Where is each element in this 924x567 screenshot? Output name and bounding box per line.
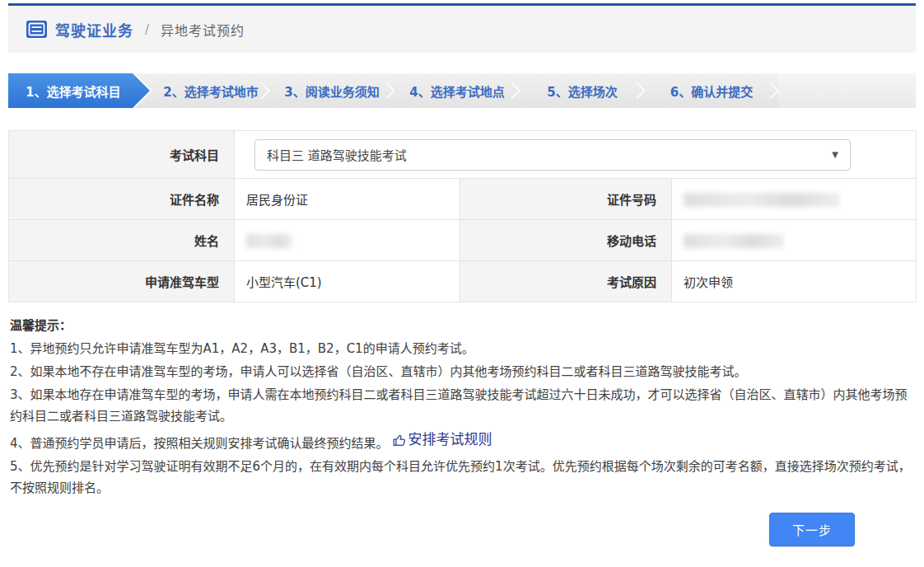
tips-title: 温馨提示： [10,316,916,333]
exam-subject-select[interactable]: 科目三 道路驾驶技能考试 ▼ [254,139,851,171]
table-row: 申请准驾车型 小型汽车(C1) 考试原因 初次申领 [9,261,917,302]
exam-subject-label: 考试科目 [9,131,235,179]
id-number-label: 证件号码 [460,179,672,220]
tab-step-3-label: 3、阅读业务须知 [284,82,379,100]
exam-reason-label: 考试原因 [460,261,672,302]
tab-step-5[interactable]: 5、选择场次 [520,73,645,108]
name-value [235,220,460,261]
tip-item: 5、优先预约是针对学习驾驶证明有效期不足6个月的，在有效期内每个科目允许优先预约… [10,456,916,499]
id-number-value [672,179,917,220]
tip-item: 2、如果本地不存在申请准驾车型的考场，申请人可以选择省（自治区、直辖市）内其他考… [10,361,916,382]
caret-down-icon: ▼ [832,150,838,159]
name-label: 姓名 [9,220,235,261]
id-type-value: 居民身份证 [235,179,460,220]
mobile-label: 移动电话 [460,220,672,261]
breadcrumb-separator: / [145,22,149,37]
tab-step-5-label: 5、选择场次 [547,82,617,100]
action-bar: 下一步 [769,513,855,546]
id-type-label: 证件名称 [9,179,235,220]
mobile-value [672,220,917,261]
tip-item: 1、异地预约只允许申请准驾车型为A1，A2，A3，B1，B2，C1的申请人预约考… [10,338,916,359]
breadcrumb: 驾驶证业务 / 异地考试预约 [8,3,916,53]
tab-step-3[interactable]: 3、阅读业务须知 [269,73,394,108]
tab-step-2-label: 2、选择考试地市 [163,82,258,100]
tab-step-6[interactable]: 6、确认并提交 [645,73,778,108]
tab-step-1-wrap: 1、选择考试科目 [8,73,150,108]
breadcrumb-current: 异地考试预约 [161,20,245,40]
chevron-right-icon [762,82,779,99]
license-list-icon [26,21,47,38]
chevron-right-icon [503,82,520,99]
tab-step-4[interactable]: 4、选择考试地点 [394,73,520,108]
redacted-mobile [684,234,784,248]
table-row: 姓名 移动电话 [9,220,917,261]
exam-reason-value: 初次申领 [672,261,917,302]
tip-item: 4、普通预约学员申请后，按照相关规则安排考试确认最终预约结果。安排考试规则 [10,429,916,454]
chevron-right-icon [628,82,646,99]
redacted-id-number [684,193,840,207]
tab-step-1[interactable]: 1、选择考试科目 [8,73,150,108]
thumb-up-icon [392,432,407,447]
tip-item: 3、如果本地存在申请准驾车型的考场，申请人需在本地预约科目二或者科目三道路驾驶技… [10,384,916,427]
step-tabs: 1、选择考试科目 2、选择考试地市 3、阅读业务须知 4、选择考试地点 5、选择… [8,73,916,108]
chevron-right-icon [378,82,395,99]
breadcrumb-primary[interactable]: 驾驶证业务 [55,19,133,40]
tip-item-text: 4、普通预约学员申请后，按照相关规则安排考试确认最终预约结果。 [10,436,389,451]
exam-subject-selected-value: 科目三 道路驾驶技能考试 [267,146,407,163]
tab-filler [778,73,916,108]
exam-subject-cell: 科目三 道路驾驶技能考试 ▼ [235,131,917,179]
table-row: 考试科目 科目三 道路驾驶技能考试 ▼ [9,131,917,179]
tab-step-6-label: 6、确认并提交 [670,82,753,100]
exam-rules-link-label: 安排考试规则 [408,429,492,450]
redacted-name [246,234,292,248]
vehicle-type-label: 申请准驾车型 [9,261,235,302]
vehicle-type-value: 小型汽车(C1) [235,261,460,302]
next-step-button[interactable]: 下一步 [769,513,855,546]
applicant-info-table: 考试科目 科目三 道路驾驶技能考试 ▼ 证件名称 居民身份证 证件号码 姓名 移… [8,130,917,302]
tab-step-4-label: 4、选择考试地点 [409,82,504,100]
table-row: 证件名称 居民身份证 证件号码 [9,179,917,220]
tips-list: 1、异地预约只允许申请准驾车型为A1，A2，A3，B1，B2，C1的申请人预约考… [10,338,916,499]
page: 驾驶证业务 / 异地考试预约 1、选择考试科目 2、选择考试地市 3、阅读业务须… [0,0,924,567]
exam-rules-link[interactable]: 安排考试规则 [392,429,492,450]
tips-section: 温馨提示： 1、异地预约只允许申请准驾车型为A1，A2，A3，B1，B2，C1的… [10,316,916,499]
tab-step-2[interactable]: 2、选择考试地市 [133,73,269,108]
